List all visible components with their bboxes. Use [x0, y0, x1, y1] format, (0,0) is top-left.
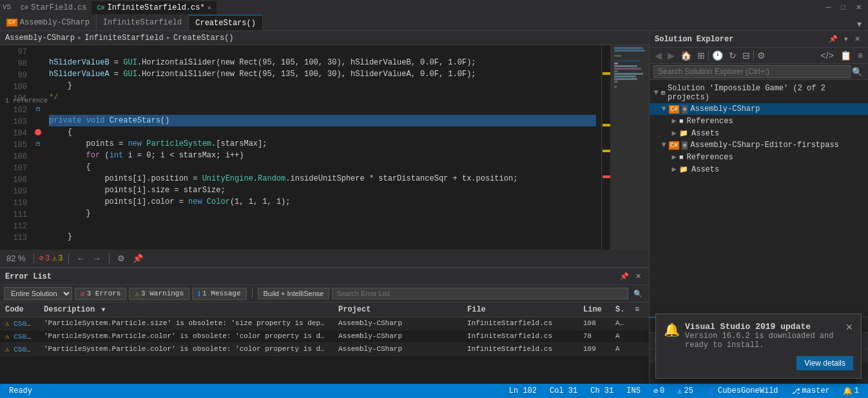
error-panel-close[interactable]: ✕ — [633, 271, 644, 282]
se-sync-btn[interactable]: ⊞ — [695, 49, 708, 62]
tab-scroll-btn[interactable]: ▾ — [854, 17, 864, 30]
status-notifications[interactable]: 🔔 1 — [839, 386, 863, 396]
status-ready-label: Ready — [9, 386, 32, 395]
tree-references-2[interactable]: ▶ ■ References — [650, 151, 868, 163]
zoom-select[interactable]: 82 % — [4, 252, 28, 264]
warning-count[interactable]: ⚠ 3 — [52, 254, 63, 263]
se-filter-btn[interactable]: ≡ — [855, 49, 865, 62]
file-tab-infinite[interactable]: InfiniteStarfield — [97, 15, 189, 30]
tree-assets-1[interactable]: ▶ 📁 Assets — [650, 127, 868, 139]
col-description[interactable]: Description ▼ — [39, 304, 333, 315]
solution-chevron: ▼ — [652, 88, 660, 97]
se-title: Solution Explorer — [655, 35, 826, 44]
col-status: S. — [610, 304, 630, 315]
warn-status-count: 25 — [684, 386, 693, 395]
error-panel: Error List 📌 ✕ Entire Solution ⊘ 3 Error… — [0, 268, 649, 384]
se-settings-btn[interactable]: ⚙ — [755, 49, 768, 62]
code-line-98: hSliderValueA = GUI.HorizontalSlider(new… — [49, 68, 596, 80]
status-line[interactable]: Ln 102 — [505, 386, 541, 395]
row2-code-link[interactable]: CS0618 — [14, 333, 39, 341]
tree-project-assembly[interactable]: ▼ C# ⊙ Assembly-CSharp — [650, 103, 868, 115]
breadcrumb-createstars[interactable]: CreateStars() — [173, 34, 234, 43]
row1-extra — [630, 317, 649, 330]
notif-close-btn[interactable]: ✕ — [845, 322, 853, 332]
se-clock-btn[interactable]: 🕐 — [709, 49, 726, 62]
warnings-filter-btn[interactable]: ⚠ 3 Warnings — [129, 288, 189, 300]
nav-pin-btn[interactable]: 📌 — [130, 252, 146, 264]
nav-extra-btn[interactable]: ⚙ — [115, 252, 128, 264]
tree-project-editor[interactable]: ▼ C# ⊙ Assembly-CSharp-Editor-firstpass — [650, 139, 868, 151]
messages-filter-btn[interactable]: ℹ 1 Message — [192, 288, 246, 300]
table-row[interactable]: ⚠ CS0618 'ParticleSystem.Particle.color'… — [0, 343, 649, 356]
fold-105[interactable]: ⊟ — [36, 140, 40, 148]
tree-assets-2[interactable]: ▶ 📁 Assets — [650, 163, 868, 175]
se-home-btn[interactable]: 🏠 — [678, 49, 694, 62]
row3-description: 'ParticleSystem.Particle.color' is obsol… — [39, 343, 333, 355]
col-filter[interactable]: ≡ — [630, 304, 649, 315]
se-back-btn[interactable]: ◀ — [652, 49, 664, 62]
se-pin-btn[interactable]: 📌 — [826, 34, 840, 45]
se-close-btn[interactable]: ✕ — [852, 34, 863, 45]
minimize-btn[interactable]: ─ — [822, 2, 835, 13]
se-collapse-btn[interactable]: ⊟ — [740, 49, 753, 62]
tree-references-1[interactable]: ▶ ■ References — [650, 115, 868, 127]
notif-view-details-btn[interactable]: View details — [796, 356, 853, 370]
tab-scroll-area: ▾ — [854, 17, 868, 30]
status-ready[interactable]: Ready — [5, 386, 36, 395]
tab-starfield[interactable]: C# StarField.cs — [15, 1, 92, 14]
warn-status-icon: ⚠ — [677, 386, 682, 396]
se-divider2 — [753, 50, 754, 61]
se-props-btn[interactable]: 📋 — [838, 49, 854, 62]
code-editor[interactable]: hSliderValueB = GUI.HorizontalSlider(new… — [44, 45, 601, 250]
row3-code-link[interactable]: CS0618 — [14, 346, 39, 353]
file-tab-createstars[interactable]: CreateStars() — [189, 15, 263, 30]
table-row[interactable]: ⚠ CS0618 'ParticleSystem.Particle.size' … — [0, 317, 649, 330]
col-code[interactable]: Code — [0, 304, 39, 315]
col-line[interactable]: Line — [578, 304, 610, 315]
status-branch[interactable]: ⎇ master — [787, 386, 834, 396]
error-table: Code Description ▼ Project File Line S. … — [0, 303, 649, 384]
back-btn[interactable]: ← — [74, 252, 88, 264]
errors-filter-btn[interactable]: ⊘ 3 Errors — [75, 288, 126, 300]
assets2-label: Assets — [691, 165, 865, 174]
error-panel-pin[interactable]: 📌 — [617, 271, 632, 282]
error-search-input[interactable] — [332, 288, 628, 299]
se-forward-btn[interactable]: ▶ — [665, 49, 677, 62]
row2-code: ⚠ CS0618 — [0, 330, 39, 343]
se-code-btn[interactable]: </> — [818, 49, 836, 62]
status-ch[interactable]: Ch 31 — [586, 386, 617, 395]
col-project[interactable]: Project — [333, 304, 462, 315]
maximize-btn[interactable]: □ — [837, 2, 849, 13]
file-tab-assembly[interactable]: C# Assembly-CSharp — [0, 15, 97, 30]
build-intellisense-btn[interactable]: Build + IntelliSense — [258, 288, 330, 299]
tree-solution[interactable]: ▼ ⊞ Solution 'Impossible Game' (2 of 2 p… — [650, 83, 868, 103]
table-row[interactable]: ⚠ CS0618 'ParticleSystem.Particle.color'… — [0, 330, 649, 343]
status-col[interactable]: Col 31 — [546, 386, 581, 395]
tab-close-btn[interactable]: ✕ — [207, 4, 211, 12]
se-search-input[interactable] — [653, 65, 851, 78]
editor-breadcrumb: Assembly-CSharp ▸ InfiniteStarfield ▸ Cr… — [0, 31, 649, 45]
code-line-113 — [49, 243, 596, 250]
row1-code-link[interactable]: CS0618 — [14, 320, 39, 328]
filter-icon[interactable]: ≡ — [635, 305, 639, 314]
se-toolbar: ◀ ▶ 🏠 ⊞ 🕐 ↻ ⊟ ⚙ </> 📋 ≡ — [650, 48, 868, 64]
col-file[interactable]: File — [462, 304, 578, 315]
status-mode[interactable]: INS — [622, 386, 644, 395]
se-right-btns: </> 📋 ≡ — [818, 49, 865, 62]
breadcrumb-assembly[interactable]: Assembly-CSharp — [5, 34, 75, 43]
scope-select[interactable]: Entire Solution — [4, 287, 72, 300]
tab-infinitestarfield[interactable]: C# InfiniteStarfield.cs* ✕ — [92, 1, 216, 14]
forward-btn[interactable]: → — [90, 252, 104, 264]
breakpoint-104[interactable] — [35, 129, 41, 135]
status-warnings[interactable]: ⚠ 25 — [673, 386, 697, 396]
se-search-submit-btn[interactable]: 🔍 — [851, 66, 864, 78]
breadcrumb-infinite[interactable]: InfiniteStarfield — [84, 34, 163, 43]
close-btn[interactable]: ✕ — [852, 2, 865, 13]
editor-cs-icon: C# — [669, 141, 679, 150]
status-user[interactable]: 👤 CubesGoneWild — [702, 386, 782, 396]
error-count[interactable]: ⊘ 3 — [39, 254, 50, 263]
se-dropdown-btn[interactable]: ▾ — [842, 34, 851, 45]
status-errors[interactable]: ⊘ 0 — [650, 386, 668, 396]
se-refresh-btn[interactable]: ↻ — [726, 49, 739, 62]
error-search-btn[interactable]: 🔍 — [631, 288, 645, 299]
